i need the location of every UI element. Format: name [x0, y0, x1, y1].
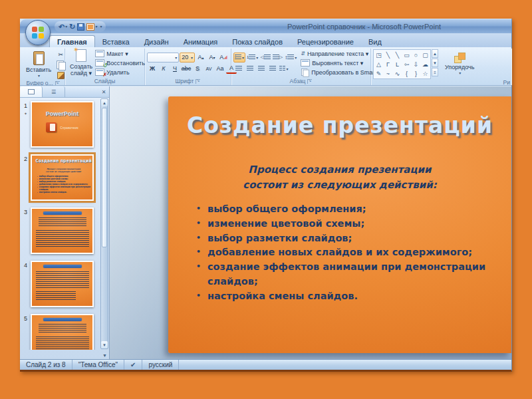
language-indicator[interactable]: русский: [142, 360, 179, 370]
new-slide-button[interactable]: Создать слайд ▾: [67, 49, 95, 77]
redo-button[interactable]: ↻: [69, 23, 75, 31]
slides-tab[interactable]: [20, 86, 43, 97]
font-dialog-launcher[interactable]: [196, 79, 200, 84]
increase-indent-button[interactable]: ▷: [272, 53, 283, 63]
theme-name[interactable]: "Тема Office": [72, 360, 124, 370]
tab-glavnaya[interactable]: Главная: [49, 35, 95, 47]
tab-dizayn[interactable]: Дизайн: [137, 36, 176, 47]
tab-vstavka[interactable]: Вставка: [95, 36, 137, 47]
scrollbar-thumb[interactable]: [102, 108, 107, 247]
numbering-button[interactable]: 1▾: [246, 53, 259, 63]
shape-elbow-icon[interactable]: Γ: [384, 60, 392, 68]
slide-subtitle[interactable]: Процесс создания презентации состоит из …: [168, 162, 511, 192]
align-left-icon: [235, 66, 242, 72]
shape-brace-left-icon[interactable]: {: [402, 69, 411, 78]
change-case-button[interactable]: Aa: [215, 64, 225, 74]
shape-elbow2-icon[interactable]: L: [393, 60, 402, 68]
grow-font-button[interactable]: А▴: [196, 53, 206, 63]
reset-icon: ↺: [95, 59, 104, 66]
shape-cloud-icon[interactable]: ☁: [421, 60, 430, 68]
shapes-scroll-up[interactable]: ▲: [432, 49, 438, 58]
shapes-scroll-down[interactable]: ▼: [432, 59, 438, 67]
close-panel-button[interactable]: ✕: [98, 86, 109, 97]
undo-button[interactable]: ↶▾: [59, 23, 67, 31]
shape-freeform-icon[interactable]: ◳: [374, 51, 383, 59]
shapes-more-button[interactable]: ≡: [432, 68, 438, 76]
bullets-icon: [235, 55, 241, 61]
shape-star-icon[interactable]: ☆: [421, 69, 430, 78]
current-slide[interactable]: Создание презентаций Процесс создания пр…: [168, 96, 511, 353]
bullets-button[interactable]: ▾: [233, 53, 245, 63]
slide-title[interactable]: Создание презентаций: [168, 112, 511, 138]
office-button[interactable]: [25, 20, 51, 45]
scroll-up-arrow[interactable]: ▲: [101, 99, 108, 106]
shapes-gallery: ◳ ╲ ╲ ▭ ○ ▢ △ Γ L ⇦ ⇩ ☁ ✎ ~ ∿: [373, 49, 431, 79]
text-shadow-button[interactable]: S: [192, 64, 203, 74]
tab-vid[interactable]: Вид: [361, 36, 389, 47]
shape-rounded-rect-icon[interactable]: ▢: [421, 51, 430, 59]
tab-retsenzirovanie[interactable]: Рецензирование: [290, 36, 361, 47]
thumbnail-list: 1✦ PowerPoint Справочник 2 Создание през…: [20, 98, 100, 350]
shape-rectangle-icon[interactable]: ▭: [402, 51, 411, 59]
underline-button[interactable]: Ч: [170, 64, 180, 74]
strikethrough-button[interactable]: abc: [181, 64, 192, 74]
clear-formatting-button[interactable]: А◢: [218, 53, 229, 63]
slide-show-button[interactable]: ▾: [86, 23, 97, 31]
shape-oval-icon[interactable]: ○: [412, 51, 420, 59]
cut-button[interactable]: ✂: [55, 49, 66, 59]
shape-brace-right-icon[interactable]: }: [412, 69, 420, 78]
thumbnail-row-3: 3: [21, 207, 99, 254]
character-spacing-button[interactable]: AV: [203, 64, 214, 74]
paragraph-dialog-launcher[interactable]: [307, 79, 312, 84]
panel-next-slide-arrow[interactable]: ▼: [102, 353, 107, 358]
slide-5-thumbnail[interactable]: [31, 314, 94, 350]
slide-2-thumbnail[interactable]: Создание презентаций Процесс создания пр…: [31, 154, 94, 201]
outline-tab[interactable]: ☰: [43, 86, 65, 97]
spellcheck-button[interactable]: ✔: [124, 360, 142, 370]
scroll-down-arrow[interactable]: ▼: [101, 341, 108, 348]
customize-qat-button[interactable]: ▾: [99, 25, 102, 29]
delete-slide-button[interactable]: ✗Удалить: [95, 68, 145, 76]
panel-scrollbar[interactable]: ▲ ▼: [100, 98, 108, 349]
bullet-item: •выбор разметки слайдов;: [196, 231, 491, 246]
columns-button[interactable]: ▾: [279, 64, 289, 74]
office-logo-icon: [32, 27, 44, 39]
shape-line-icon[interactable]: ╲: [384, 51, 392, 59]
slide-4-thumbnail[interactable]: [31, 261, 94, 307]
reset-button[interactable]: ↺Восстановить: [95, 59, 145, 67]
arrange-button[interactable]: Упорядочь ▾: [442, 49, 477, 79]
save-button[interactable]: [77, 23, 84, 31]
clipboard-dialog-launcher[interactable]: [55, 81, 60, 85]
shape-triangle-icon[interactable]: △: [374, 60, 383, 68]
shape-scribble-icon[interactable]: ✎: [374, 69, 383, 78]
format-painter-button[interactable]: [55, 70, 66, 80]
save-icon: [77, 23, 84, 31]
shape-arrow-left-icon[interactable]: ⇦: [402, 60, 411, 68]
copy-button[interactable]: [55, 60, 66, 70]
align-center-button[interactable]: [245, 64, 255, 74]
slides-tab-icon: [28, 89, 35, 94]
shape-arrow-line-icon[interactable]: ╲: [393, 51, 402, 59]
font-size-combobox[interactable]: 20▾: [180, 53, 195, 63]
chevron-down-icon: ▾: [100, 25, 102, 29]
shape-arrow-down-icon[interactable]: ⇩: [412, 60, 420, 68]
paste-button[interactable]: Вставить ▾: [23, 49, 54, 80]
tab-animatsiya[interactable]: Анимация: [176, 36, 225, 47]
slide-bullet-list[interactable]: •выбор общего оформления; •изменение цве…: [168, 202, 511, 303]
bold-button[interactable]: Ж: [147, 64, 158, 74]
layout-button[interactable]: Макет ▾: [95, 49, 145, 58]
tab-pokaz-slaydov[interactable]: Показ слайдов: [225, 36, 290, 47]
italic-button[interactable]: К: [158, 64, 169, 74]
slide-3-thumbnail[interactable]: [31, 207, 94, 254]
align-left-button[interactable]: [233, 64, 244, 74]
font-name-combobox[interactable]: ▾: [147, 53, 179, 63]
document-area: ☰ ✕ 1✦ PowerPoint Справочник 2: [20, 86, 511, 359]
shrink-font-button[interactable]: А▾: [207, 53, 217, 63]
align-right-button[interactable]: [256, 64, 267, 74]
shape-curve-icon[interactable]: ∿: [393, 69, 402, 78]
justify-button[interactable]: [267, 64, 278, 74]
slide-1-thumbnail[interactable]: PowerPoint Справочник: [31, 101, 94, 148]
decrease-indent-button[interactable]: ◁: [259, 53, 271, 63]
line-spacing-button[interactable]: ↕▾: [284, 53, 297, 63]
shape-arc-icon[interactable]: ~: [384, 69, 392, 78]
